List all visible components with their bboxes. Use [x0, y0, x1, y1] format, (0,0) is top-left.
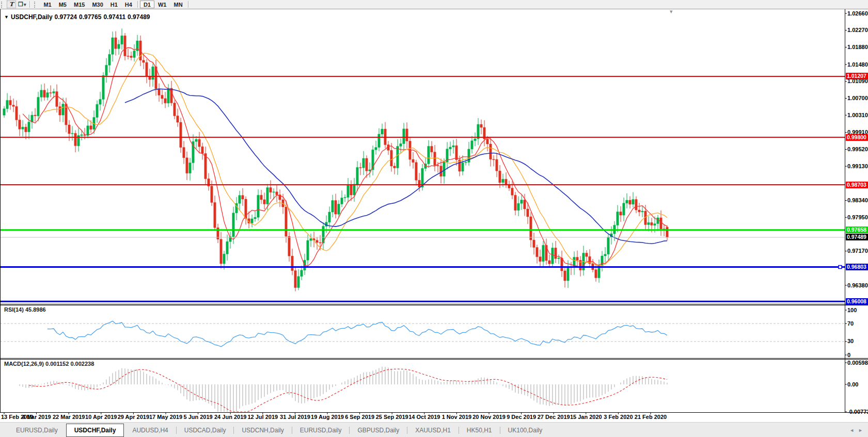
top-toolbar: T ❐ ▾ M1M5M15M30H1H4D1W1MN — [0, 0, 868, 9]
tab-audusd-h4[interactable]: AUDUSD,H4 — [124, 425, 176, 436]
tab-eurusd-daily[interactable]: EURUSD,Daily — [8, 425, 66, 436]
timeframe-button-m30[interactable]: M30 — [88, 1, 106, 8]
timeframe-button-d1[interactable]: D1 — [140, 1, 154, 8]
tab-usdchf-daily[interactable]: USDCHF,Daily — [66, 424, 124, 437]
text-tool-button[interactable]: T — [7, 1, 16, 8]
price-level-badge-0.98703: 0.98703 — [846, 182, 868, 188]
tab-scroll-right-icon[interactable]: ► — [858, 428, 863, 433]
price-level-badge-0.97658: 0.97658 — [846, 226, 868, 233]
ohlc-high: 0.97765 — [79, 13, 101, 21]
time-axis-label: 14 Oct 2019 — [408, 414, 440, 420]
tab-hk50-h1[interactable]: HK50,H1 — [459, 425, 500, 436]
tab-xauusd-h1[interactable]: XAUUSD,H1 — [407, 425, 459, 436]
ohlc-close: 0.97489 — [128, 13, 150, 21]
time-axis-label: 17 May 2019 — [149, 414, 182, 420]
time-axis-label: 4 Mar 2019 — [22, 414, 51, 420]
tab-uk100-daily[interactable]: UK100,Daily — [500, 425, 550, 436]
tab-navigation: ◄ ► — [849, 428, 863, 433]
timeframe-button-m5[interactable]: M5 — [55, 1, 70, 8]
timeframe-button-h1[interactable]: H1 — [107, 1, 121, 8]
time-axis-label: 15 Jan 2020 — [570, 414, 602, 420]
time-axis-label: 27 Dec 2019 — [538, 414, 570, 420]
time-axis-label: 25 Sep 2019 — [376, 414, 408, 420]
toolbar-separator — [188, 1, 189, 8]
rsi-indicator-label: RSI(14) 45.8986 — [4, 306, 46, 313]
tab-eurusd-daily[interactable]: EURUSD,Daily — [292, 425, 350, 436]
arrange-windows-button[interactable]: ❐ ▾ — [17, 1, 27, 8]
timeframe-button-group: M1M5M15M30H1H4D1W1MN — [40, 1, 190, 8]
time-axis-label: 6 Sep 2019 — [345, 414, 374, 420]
chart-symbol-title[interactable]: ▼USDCHF,Daily0.977240.977650.974110.9748… — [4, 13, 152, 21]
timeframe-button-m1[interactable]: M1 — [40, 1, 55, 8]
time-axis-label: 10 Apr 2019 — [85, 414, 117, 420]
chart-canvas[interactable] — [0, 0, 868, 437]
time-axis: 13 Feb 20194 Mar 201922 Mar 201910 Apr 2… — [0, 413, 868, 422]
time-axis-label: 9 Dec 2019 — [507, 414, 536, 420]
time-axis-label: 31 Jul 2019 — [280, 414, 310, 420]
dropdown-caret-icon: ▾ — [24, 2, 26, 7]
time-axis-label: 1 Nov 2019 — [442, 414, 471, 420]
time-axis-label: 12 Jul 2019 — [247, 414, 278, 420]
time-axis-label: 19 Aug 2019 — [311, 414, 344, 420]
time-axis-label: 3 Feb 2020 — [604, 414, 633, 420]
trading-terminal-window: T ❐ ▾ M1M5M15M30H1H4D1W1MN ▼USDCHF,Daily… — [0, 0, 868, 437]
macd-indicator-label: MACD(12,26,9) 0.001152 0.002238 — [4, 361, 94, 367]
toolbar-grip[interactable] — [1, 2, 4, 8]
chart-tab-bar: EURUSD,DailyUSDCHF,DailyAUDUSD,H4USDCAD,… — [0, 422, 868, 437]
time-axis-label: 21 Feb 2020 — [635, 414, 667, 420]
time-axis-label: 20 Nov 2019 — [472, 414, 506, 420]
time-axis-label: 5 Jun 2019 — [183, 414, 212, 420]
symbol-label: USDCHF,Daily — [11, 13, 53, 21]
tab-usdcnh-daily[interactable]: USDCNH,Daily — [234, 425, 291, 436]
tab-usdcad-daily[interactable]: USDCAD,Daily — [177, 425, 234, 436]
time-axis-label: 22 Mar 2019 — [53, 414, 85, 420]
time-axis-label: 24 Jun 2019 — [214, 414, 246, 420]
price-level-badge-0.97489: 0.97489 — [846, 234, 868, 240]
price-level-badge-0.96803: 0.96803 — [846, 264, 868, 270]
timeframe-button-w1[interactable]: W1 — [154, 1, 170, 8]
tab-gbpusd-daily[interactable]: GBPUSD,Daily — [350, 425, 407, 436]
tab-scroll-left-icon[interactable]: ◄ — [849, 428, 854, 433]
timeframe-button-mn[interactable]: MN — [170, 1, 186, 8]
price-level-badge-1.01207: 1.01207 — [846, 73, 868, 79]
price-level-badge-0.99800: 0.99800 — [846, 134, 868, 141]
toolbar-grip[interactable] — [34, 2, 37, 8]
arrange-windows-icon: ❐ — [18, 2, 23, 7]
timeframe-button-h4[interactable]: H4 — [121, 1, 136, 8]
time-axis-label: 29 Apr 2019 — [118, 414, 149, 420]
toolbar-separator — [137, 1, 138, 8]
chart-tabs: EURUSD,DailyUSDCHF,DailyAUDUSD,H4USDCAD,… — [0, 423, 550, 437]
toolbar-separator — [29, 1, 30, 8]
timeframe-button-m15[interactable]: M15 — [70, 1, 88, 8]
price-level-badge-0.96008: 0.96008 — [846, 298, 868, 305]
ohlc-open: 0.97724 — [55, 13, 77, 21]
collapse-indicator-icon[interactable]: ▼ — [4, 14, 9, 20]
ohlc-low: 0.97411 — [103, 13, 125, 21]
